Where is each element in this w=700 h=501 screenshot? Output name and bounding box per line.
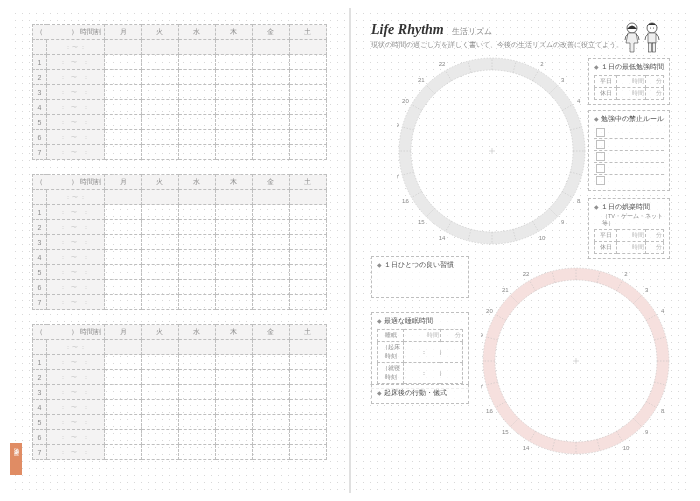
timetable-cell[interactable] [252,85,289,100]
timetable-cell[interactable] [289,265,326,280]
timetable-cell[interactable] [252,220,289,235]
timetable-cell[interactable] [178,145,215,160]
timetable-cell[interactable] [178,130,215,145]
timetable-cell[interactable] [178,85,215,100]
timetable-cell[interactable] [178,220,215,235]
timetable-cell[interactable] [289,130,326,145]
timetable-cell[interactable] [289,355,326,370]
unit-cell[interactable]: 分 [646,242,664,254]
timetable-cell[interactable] [215,250,252,265]
timetable-cell[interactable] [252,70,289,85]
timetable-cell[interactable] [105,70,142,85]
timetable-cell[interactable] [289,55,326,70]
timetable-cell[interactable] [178,250,215,265]
timetable-cell[interactable] [178,430,215,445]
timetable-cell[interactable] [289,415,326,430]
timetable-cell[interactable] [252,205,289,220]
timetable-cell[interactable] [142,145,179,160]
timetable-cell[interactable] [178,70,215,85]
timetable-cell[interactable] [289,70,326,85]
timetable-cell[interactable] [289,205,326,220]
timetable-cell[interactable] [142,355,179,370]
unit-cell[interactable]: 時間 [617,88,646,100]
timetable-cell[interactable] [178,355,215,370]
timetable-cell[interactable] [215,295,252,310]
timetable-cell[interactable] [252,355,289,370]
timetable-cell[interactable] [178,55,215,70]
timetable-cell[interactable] [215,130,252,145]
timetable-cell[interactable] [252,115,289,130]
timetable-cell[interactable] [178,400,215,415]
timetable-cell[interactable] [289,445,326,460]
timetable-cell[interactable] [289,370,326,385]
timetable-cell[interactable] [215,55,252,70]
timetable-cell[interactable] [105,370,142,385]
timetable-cell[interactable] [178,100,215,115]
timetable-cell[interactable] [289,400,326,415]
timetable-cell[interactable] [215,430,252,445]
timetable-cell[interactable] [252,145,289,160]
timetable-cell[interactable] [142,295,179,310]
timetable-cell[interactable] [105,85,142,100]
timetable-cell[interactable] [215,70,252,85]
timetable-cell[interactable] [289,85,326,100]
rule-item[interactable] [594,150,664,162]
timetable-cell[interactable] [142,205,179,220]
timetable-cell[interactable] [105,220,142,235]
timetable-cell[interactable] [178,205,215,220]
timetable-cell[interactable] [178,235,215,250]
timetable-cell[interactable] [105,100,142,115]
timetable-cell[interactable] [252,280,289,295]
timetable-cell[interactable] [215,265,252,280]
timetable-cell[interactable] [252,415,289,430]
timetable-cell[interactable] [105,415,142,430]
timetable-cell[interactable] [142,400,179,415]
timetable-cell[interactable] [105,430,142,445]
timetable-cell[interactable] [215,205,252,220]
timetable-cell[interactable] [178,445,215,460]
timetable-cell[interactable] [252,100,289,115]
timetable-cell[interactable] [142,385,179,400]
timetable-cell[interactable] [215,235,252,250]
timetable-cell[interactable] [142,115,179,130]
timetable-cell[interactable] [289,295,326,310]
timetable-cell[interactable] [178,280,215,295]
unit-cell[interactable]: 時間 [617,76,646,88]
timetable-cell[interactable] [252,400,289,415]
timetable-cell[interactable] [142,100,179,115]
timetable-cell[interactable] [142,370,179,385]
timetable-cell[interactable] [142,55,179,70]
timetable-cell[interactable] [105,235,142,250]
timetable-cell[interactable] [142,220,179,235]
timetable-cell[interactable] [142,265,179,280]
unit-cell[interactable]: 時間 [617,230,646,242]
timetable-cell[interactable] [105,445,142,460]
timetable-cell[interactable] [215,115,252,130]
timetable-cell[interactable] [105,295,142,310]
rule-item[interactable] [594,127,664,138]
timetable-cell[interactable] [105,115,142,130]
timetable-cell[interactable] [105,130,142,145]
timetable-cell[interactable] [215,400,252,415]
timetable-cell[interactable] [289,280,326,295]
timetable-cell[interactable] [142,70,179,85]
timetable-cell[interactable] [142,415,179,430]
timetable-cell[interactable] [178,295,215,310]
unit-cell[interactable]: 分 [646,76,664,88]
timetable-cell[interactable] [252,295,289,310]
unit-cell[interactable]: 時間 [617,242,646,254]
timetable-cell[interactable] [142,235,179,250]
rule-item[interactable] [594,174,664,186]
timetable-cell[interactable] [178,115,215,130]
timetable-cell[interactable] [215,445,252,460]
timetable-cell[interactable] [178,415,215,430]
unit-cell[interactable]: 分 [646,88,664,100]
timetable-cell[interactable] [178,265,215,280]
timetable-cell[interactable] [215,220,252,235]
timetable-cell[interactable] [289,220,326,235]
timetable-cell[interactable] [215,355,252,370]
timetable-cell[interactable] [215,280,252,295]
timetable-cell[interactable] [215,415,252,430]
timetable-cell[interactable] [252,250,289,265]
timetable-cell[interactable] [178,385,215,400]
